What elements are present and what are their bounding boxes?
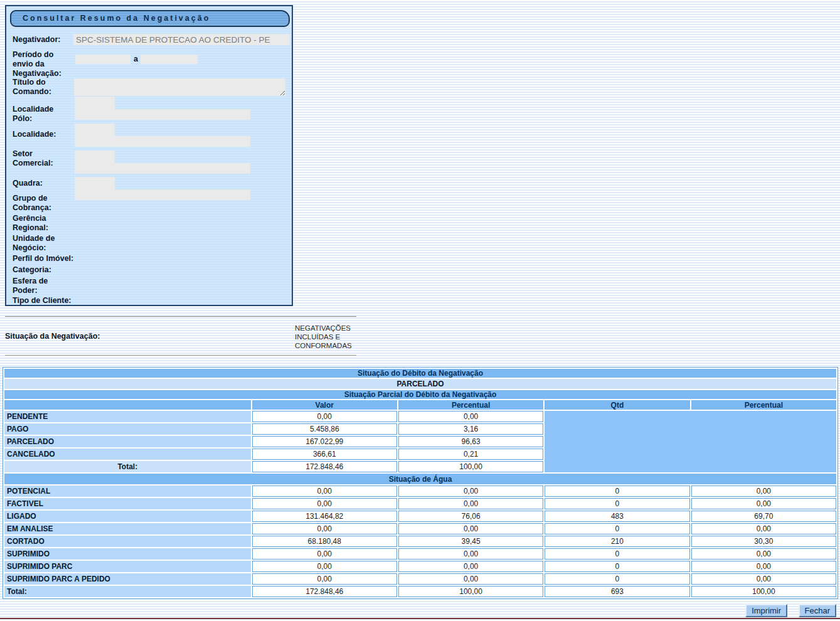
button-bar: Imprimir Fechar [737,604,836,617]
divider-bottom [5,355,356,356]
situacao-negativacao-value: NEGATIVAÇÕES INCLUÍDAS E CONFORMADAS [295,324,364,350]
row-label: SUPRIMIDO [4,548,251,560]
cell-percentual: 0,00 [398,573,543,585]
cell-valor: 0,00 [252,523,397,534]
debito-total-percentual: 100,00 [398,461,543,472]
cell-percentual: 76,06 [398,511,543,522]
consulta-panel: Consultar Resumo da Negativação Negativa… [5,5,293,306]
cell-percentual-qtd: 30,30 [691,536,836,547]
cell-percentual: 0,00 [398,411,543,422]
cell-qtd: 0 [545,498,689,509]
row-label: FACTIVEL [4,498,251,509]
column-header-valor-1: Valor [252,400,397,410]
cell-valor: 172.848,46 [252,586,397,597]
cell-percentual: 100,00 [398,586,543,597]
cell-valor: 68.180,48 [252,536,397,547]
row-label: SUPRIMIDO PARC [4,561,251,572]
negativador-label: Negativador: [13,35,73,45]
header-situacao-debito: Situação do Débito da Negativação [4,369,836,378]
row-label: EM ANALISE [4,523,251,534]
panel-title: Consultar Resumo da Negativação [10,10,290,27]
quadra-nome-input[interactable] [75,189,250,200]
cell-valor: 0,00 [252,411,397,422]
row-label: CANCELADO [4,449,251,460]
table-agua-header-row: Situação de Água [4,474,836,484]
cell-qtd: 0 [545,523,689,534]
periodo-fim-input[interactable] [141,55,198,64]
localidade-polo-codigo-input[interactable] [75,97,115,110]
negativador-input[interactable] [73,34,290,45]
column-header-percentual-2: Percentual [398,400,543,410]
row-label: LIGADO [4,511,251,522]
cell-qtd: 0 [545,486,689,497]
cell-percentual-qtd: 0,00 [691,561,836,572]
cell-qtd: 0 [545,573,689,585]
localidade-polo-nome-input[interactable] [75,109,250,120]
localidade-codigo-input[interactable] [75,124,115,137]
periodo-inicio-input[interactable] [75,55,130,64]
footer-line [0,618,840,619]
table-row-agua: POTENCIAL0,000,0000,00 [4,486,836,497]
table-row-agua: CORTADO68.180,4839,4521030,30 [4,536,836,547]
cell-percentual: 0,00 [398,561,543,572]
table-row-agua: EM ANALISE0,000,0000,00 [4,523,836,534]
table-row-agua: FACTIVEL0,000,0000,00 [4,498,836,509]
divider-top [5,316,356,317]
situacao-debito-table: Situação do Débito da NegativaçãoPARCELA… [3,367,838,599]
row-label: POTENCIAL [4,486,251,497]
row-label: CORTADO [4,536,251,547]
cell-percentual: 0,21 [398,449,543,460]
header-parcelado: PARCELADO [4,379,836,389]
perfil-imovel-label: Perfil do Imóvel: [13,254,94,263]
cell-qtd: 0 [545,561,689,572]
cell-percentual-qtd: 0,00 [691,486,836,497]
agua-total-label: Total: [4,586,251,597]
cell-qtd: 210 [545,536,689,547]
debito-qtd-block [545,411,836,472]
categoria-label: Categoria: [13,265,73,275]
cell-percentual: 0,00 [398,498,543,509]
periodo-label: Período do envio da Negativação: [13,50,73,78]
table-row-debito: PENDENTE0,000,00 [4,411,836,422]
fechar-button[interactable]: Fechar [799,604,836,617]
table-partial-header-row: Situação Parcial do Débito da Negativaçã… [4,390,836,399]
row-label: PARCELADO [4,436,251,447]
row-label: PAGO [4,423,251,435]
header-situacao-parcial: Situação Parcial do Débito da Negativaçã… [4,390,836,399]
cell-valor: 366,61 [252,449,397,460]
titulo-comando-textarea[interactable] [74,78,285,96]
cell-percentual: 0,00 [398,523,543,534]
cell-valor: 0,00 [252,561,397,572]
localidade-nome-input[interactable] [75,136,250,147]
cell-percentual-qtd: 0,00 [691,523,836,534]
cell-valor: 0,00 [252,573,397,585]
localidade-polo-label: Localidade Pólo: [13,105,73,124]
header-situacao-agua: Situação de Água [4,474,836,484]
setor-comercial-nome-input[interactable] [75,163,250,174]
table-column-header-row: ValorPercentualQtdPercentual [4,400,836,410]
table-subheader-row: PARCELADO [4,379,836,389]
page: Consultar Resumo da Negativação Negativa… [0,0,840,621]
table-row-agua: SUPRIMIDO PARC0,000,0000,00 [4,561,836,572]
gerencia-regional-label: Gerência Regional: [13,214,73,233]
column-header-empty [4,400,251,410]
cell-percentual: 96,63 [398,436,543,447]
quadra-codigo-input[interactable] [75,177,115,190]
situacao-debito-table-wrap: Situação do Débito da NegativaçãoPARCELA… [3,367,838,599]
table-row-agua-total: Total:172.848,46100,00693100,00 [4,586,836,597]
tipo-cliente-label: Tipo de Cliente: [13,296,94,305]
table-row-agua: SUPRIMIDO PARC A PEDIDO0,000,0000,00 [4,573,836,585]
cell-percentual: 3,16 [398,423,543,435]
esfera-poder-label: Esfera de Poder: [13,277,73,295]
setor-comercial-codigo-input[interactable] [75,151,115,164]
cell-percentual: 0,00 [398,486,543,497]
periodo-separator: a [134,55,138,63]
cell-percentual-qtd: 0,00 [691,548,836,560]
situacao-debito-table-body: Situação do Débito da NegativaçãoPARCELA… [4,369,836,597]
row-label: SUPRIMIDO PARC A PEDIDO [4,573,251,585]
cell-valor: 5.458,86 [252,423,397,435]
cell-valor: 0,00 [252,486,397,497]
debito-total-label: Total: [4,461,251,472]
cell-valor: 167.022,99 [252,436,397,447]
imprimir-button[interactable]: Imprimir [745,604,787,617]
